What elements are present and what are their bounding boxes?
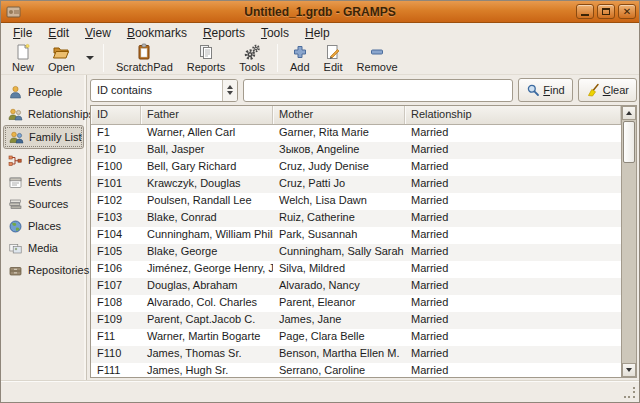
table-cell: Silva, Mildred [273,261,405,278]
search-input[interactable] [243,79,513,102]
table-row[interactable]: F11Warner, Martin BogartePage, Clara Bel… [91,329,621,346]
table-row[interactable]: F110James, Thomas Sr.Benson, Martha Elle… [91,346,621,363]
sidebar-item-relationships[interactable]: Relationships [3,103,84,125]
sidebar-item-media[interactable]: Media [3,237,84,259]
filter-field-combobox[interactable]: ID contains [90,79,238,102]
arrow-up-icon [626,111,632,115]
table-cell: Krawczyk, Douglas [141,176,273,193]
table-cell: Married [405,295,621,312]
scroll-up-button[interactable] [622,106,636,120]
table-row[interactable]: F104Cunningham, William PhilipPark, Susa… [91,227,621,244]
table-row[interactable]: F101Krawczyk, DouglasCruz, Patti JoMarri… [91,176,621,193]
sidebar-item-sources[interactable]: Sources [3,193,84,215]
clear-button[interactable]: Clear [578,78,637,102]
menu-view[interactable]: View [77,24,119,42]
minimize-button[interactable] [576,4,594,19]
toolbar: New Open ScratchPad [1,42,639,75]
table-cell: F109 [91,312,141,329]
table-cell: F105 [91,244,141,261]
table-cell: Alvarado, Col. Charles [141,295,273,312]
two-people-icon [8,107,23,122]
new-button[interactable]: New [5,42,41,74]
sidebar-item-events[interactable]: Events [3,171,84,193]
table-cell: Cruz, Judy Denise [273,159,405,176]
sidebar-item-family-list[interactable]: Family List [3,125,84,149]
close-button[interactable]: ✕ [618,4,636,19]
column-header-father[interactable]: Father [141,106,273,124]
new-label: New [12,61,34,73]
table-row[interactable]: F111James, Hugh Sr.Serrano, CarolineMarr… [91,363,621,377]
reports-icon [197,43,215,61]
menu-reports[interactable]: Reports [195,24,253,42]
add-label: Add [290,61,310,73]
find-button[interactable]: Find [518,78,572,102]
scrollbar-thumb[interactable] [623,121,635,163]
resize-grip[interactable] [624,387,636,399]
sidebar-item-pedigree[interactable]: Pedigree [3,149,84,171]
table-cell: Married [405,329,621,346]
column-header-relationship[interactable]: Relationship [405,106,621,124]
table-cell: Douglas, Abraham [141,278,273,295]
table-row[interactable]: F107Douglas, AbrahamAlvarado, NancyMarri… [91,278,621,295]
sidebar-label: Pedigree [28,154,72,166]
open-dropdown-button[interactable] [82,42,98,74]
reports-button[interactable]: Reports [180,42,233,74]
table-row[interactable]: F103Blake, ConradRuiz, CatherineMarried [91,210,621,227]
maximize-button[interactable] [597,4,615,19]
open-folder-icon [52,43,70,61]
menu-bookmarks[interactable]: Bookmarks [119,24,195,42]
edit-button[interactable]: Edit [317,42,350,74]
table-row[interactable]: F102Poulsen, Randall LeeWelch, Lisa Dawn… [91,193,621,210]
table-cell: Married [405,142,621,159]
scratchpad-button[interactable]: ScratchPad [109,42,180,74]
new-document-icon [14,43,32,61]
filter-field-value: ID contains [91,84,222,96]
table-cell: Cunningham, William Philip [141,227,273,244]
table-row[interactable]: F10Ball, JasperЗыков, AngelineMarried [91,142,621,159]
table-cell: F102 [91,193,141,210]
open-label: Open [48,61,75,73]
menu-help[interactable]: Help [297,24,338,42]
sidebar-item-people[interactable]: People [3,81,84,103]
table-cell: Married [405,227,621,244]
table-cell: F110 [91,346,141,363]
table-cell: Married [405,363,621,377]
table-header: ID Father Mother Relationship [91,106,621,125]
combobox-spinner-icon [222,80,237,101]
table-row[interactable]: F108Alvarado, Col. CharlesParent, Eleano… [91,295,621,312]
vertical-scrollbar[interactable] [621,106,636,377]
calendar-icon [8,175,23,190]
main-area: People Relationships Family List [1,75,639,380]
table-cell: Married [405,193,621,210]
table-row[interactable]: F105Blake, GeorgeCunningham, Sally Sarah… [91,244,621,261]
find-label: Find [543,84,564,96]
content-panel: ID contains Find [87,75,639,380]
add-button[interactable]: Add [283,42,317,74]
sidebar-label: Media [28,242,58,254]
table-row[interactable]: F106Jiménez, George Henry, Jr.Silva, Mil… [91,261,621,278]
arrow-down-icon [626,368,632,372]
sidebar-label: People [28,86,62,98]
archive-icon [8,263,23,278]
column-header-mother[interactable]: Mother [273,106,405,124]
menu-tools[interactable]: Tools [253,24,297,42]
remove-label: Remove [357,61,398,73]
table-cell: F1 [91,125,141,142]
scroll-down-button[interactable] [622,363,636,377]
menu-file[interactable]: File [5,24,40,42]
toolbar-separator [277,44,278,72]
sidebar-item-places[interactable]: Places [3,215,84,237]
table-row[interactable]: F1Warner, Allen CarlGarner, Rita MarieMa… [91,125,621,142]
column-header-id[interactable]: ID [91,106,141,124]
table-cell: Jiménez, George Henry, Jr. [141,261,273,278]
sidebar-item-repositories[interactable]: Repositories [3,259,84,281]
open-button[interactable]: Open [41,42,82,74]
menu-edit[interactable]: Edit [40,24,77,42]
table-row[interactable]: F109Parent, Capt.Jacob C.James, JaneMarr… [91,312,621,329]
maximize-icon [602,8,610,15]
remove-button[interactable]: Remove [350,42,405,74]
app-icon [6,5,21,19]
tools-button[interactable]: Tools [232,42,272,74]
table-row[interactable]: F100Bell, Gary RichardCruz, Judy DeniseM… [91,159,621,176]
titlebar[interactable]: Untitled_1.grdb - GRAMPS ✕ [1,1,639,23]
